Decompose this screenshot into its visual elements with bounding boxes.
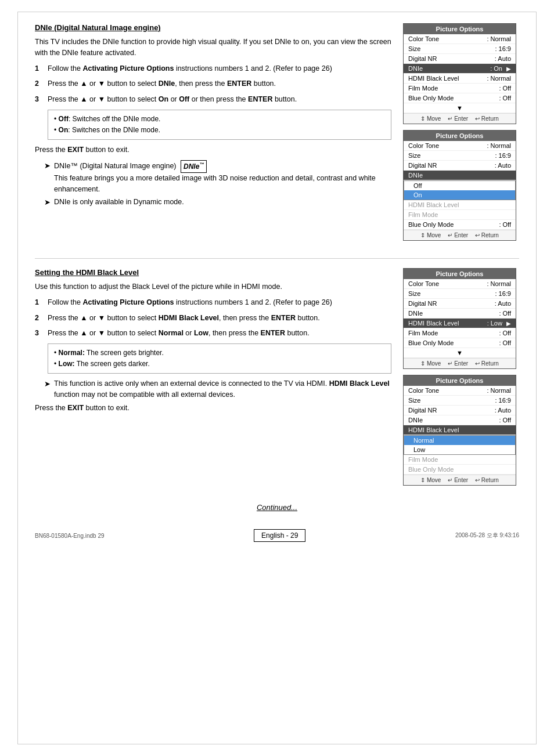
dnie-step-3: 3 Press the ▲ or ▼ button to select On o… xyxy=(35,94,391,105)
osd1-row-hdmiblack: HDMI Black Level : Normal xyxy=(404,74,516,84)
hosd1-row-blueonlymode: Blue Only Mode : Off xyxy=(404,338,516,348)
osd1-row-filmmode: Film Mode : Off xyxy=(404,84,516,93)
hdmi-step-text-3: Press the ▲ or ▼ button to select Normal… xyxy=(48,328,391,339)
osd1-row-blueonlymode: Blue Only Mode : Off xyxy=(404,93,516,103)
hdmi-normal-option: Normal xyxy=(404,436,515,445)
hdmi-step-text-2: Press the ▲ or ▼ button to select HDMI B… xyxy=(48,313,391,324)
step-num-2: 2 xyxy=(35,78,43,89)
dnie-osd1: Picture Options Color Tone : Normal Size… xyxy=(403,23,516,124)
dnie-title: DNIe (Digital Natural Image engine) xyxy=(35,23,391,32)
osd2-row-dnie: DNIe xyxy=(404,171,516,180)
section-divider xyxy=(35,258,519,259)
osd1-row-dnie: DNIe : On ▶ xyxy=(404,64,516,74)
hosd2-row-colortone: Color Tone : Normal xyxy=(404,386,516,396)
hosd2-row-size: Size : 16:9 xyxy=(404,396,516,406)
dnie-arrow-text-2: DNIe is only available in Dynamic mode. xyxy=(54,197,184,208)
page: DNIe (Digital Natural Image engine) This… xyxy=(0,0,554,756)
footer-file: BN68-01580A-Eng.indb 29 xyxy=(35,533,105,539)
osd2-row-hdmiblack: HDMI Black Level xyxy=(404,200,516,210)
hdmi-note-line1: • Normal: The screen gets brighter. xyxy=(54,348,385,359)
osd2-row-colortone: Color Tone : Normal xyxy=(404,141,516,151)
dnie-dropdown: Off On xyxy=(404,180,516,200)
hdmi-step-num-2: 2 xyxy=(35,313,43,324)
hosd2-row-hdmiblack: HDMI Black Level xyxy=(404,425,516,435)
osd2-row-digitalnr: Digital NR : Auto xyxy=(404,161,516,171)
hdmi-intro: Use this function to adjust the Black Le… xyxy=(35,281,391,292)
page-number: English - 29 xyxy=(254,529,305,542)
osd1-row-arrow-down: ▼ xyxy=(404,103,516,113)
dnie-dropdown-container: Off On xyxy=(404,180,516,200)
hdmi-arrow: ➤ This function is active only when an e… xyxy=(44,378,391,400)
hosd1-row-filmmode: Film Mode : Off xyxy=(404,328,516,338)
hosd1-row-digitalnr: Digital NR : Auto xyxy=(404,299,516,309)
hdmi-osd1: Picture Options Color Tone : Normal Size… xyxy=(403,268,516,369)
step-text-3: Press the ▲ or ▼ button to select On or … xyxy=(48,94,391,105)
hdmi-osd2: Picture Options Color Tone : Normal Size… xyxy=(403,375,516,486)
dnie-osd2-footer: ⇕ Move ↵ Enter ↩ Return xyxy=(404,230,516,240)
hdmi-arrow-text: This function is active only when an ext… xyxy=(54,378,391,400)
hdmi-exit-text: Press the EXIT button to exit. xyxy=(35,403,391,414)
hdmi-low-option: Low xyxy=(404,445,515,454)
dnie-menu-column: Picture Options Color Tone : Normal Size… xyxy=(403,23,519,241)
hdmi-step-num-1: 1 xyxy=(35,297,43,308)
dnie-logo: DNIe™ xyxy=(181,160,207,173)
dnie-osd2: Picture Options Color Tone : Normal Size… xyxy=(403,130,516,241)
hdmi-step-3: 3 Press the ▲ or ▼ button to select Norm… xyxy=(35,328,391,339)
hosd2-row-digitalnr: Digital NR : Auto xyxy=(404,406,516,415)
dnie-note-line2: • On: Switches on the DNIe mode. xyxy=(54,125,385,136)
hosd1-row-dnie: DNIe : Off xyxy=(404,309,516,319)
step-text-1: Follow the Activating Picture Options in… xyxy=(48,63,391,74)
hdmi-title: Setting the HDMI Black Level xyxy=(35,268,391,277)
hdmi-osd2-title: Picture Options xyxy=(404,375,516,386)
hosd1-row-arrow-down: ▼ xyxy=(404,348,516,358)
hdmi-osd1-title: Picture Options xyxy=(404,269,516,279)
hosd1-row-colortone: Color Tone : Normal xyxy=(404,279,516,289)
osd2-row-filmmode: Film Mode xyxy=(404,210,516,220)
osd2-row-blueonlymode: Blue Only Mode : Off xyxy=(404,220,516,230)
hdmi-step-2: 2 Press the ▲ or ▼ button to select HDMI… xyxy=(35,313,391,324)
hosd1-row-hdmiblack: HDMI Black Level : Low ▶ xyxy=(404,319,516,328)
dnie-text-column: DNIe (Digital Natural Image engine) This… xyxy=(35,23,391,241)
hdmi-dropdown-container: Normal Low xyxy=(404,435,516,455)
dnie-intro: This TV includes the DNIe function to pr… xyxy=(35,37,391,59)
dnie-osd1-footer: ⇕ Move ↵ Enter ↩ Return xyxy=(404,113,516,124)
dnie-exit-text: Press the EXIT button to exit. xyxy=(35,144,391,155)
dnie-osd1-title: Picture Options xyxy=(404,24,516,34)
hdmi-osd2-footer: ⇕ Move ↵ Enter ↩ Return xyxy=(404,475,516,485)
hosd2-row-filmmode: Film Mode xyxy=(404,455,516,465)
dnie-step-2: 2 Press the ▲ or ▼ button to select DNIe… xyxy=(35,78,391,89)
continued-text: Continued... xyxy=(35,503,519,512)
dnie-arrow-2: ➤ DNIe is only available in Dynamic mode… xyxy=(44,197,391,208)
section-hdmi: Setting the HDMI Black Level Use this fu… xyxy=(35,268,519,486)
hosd2-row-dnie: DNIe : Off xyxy=(404,415,516,425)
hosd2-row-blueonlymode: Blue Only Mode xyxy=(404,465,516,475)
hdmi-note-box: • Normal: The screen gets brighter. • Lo… xyxy=(48,343,391,374)
step-num-3: 3 xyxy=(35,94,43,105)
hdmi-osd1-footer: ⇕ Move ↵ Enter ↩ Return xyxy=(404,358,516,368)
hdmi-text-column: Setting the HDMI Black Level Use this fu… xyxy=(35,268,391,486)
page-footer: BN68-01580A-Eng.indb 29 English - 29 200… xyxy=(35,523,519,542)
hdmi-arrow-sym: ➤ xyxy=(44,378,51,400)
dnie-on-option: On xyxy=(404,190,515,200)
hdmi-menu-column: Picture Options Color Tone : Normal Size… xyxy=(403,268,519,486)
arrow-sym-1: ➤ xyxy=(44,160,51,195)
dnie-arrow-1: ➤ DNIe™ (Digital Natural Image engine) D… xyxy=(44,160,391,195)
hdmi-step-1: 1 Follow the Activating Picture Options … xyxy=(35,297,391,308)
dnie-osd2-title: Picture Options xyxy=(404,131,516,141)
dnie-step-1: 1 Follow the Activating Picture Options … xyxy=(35,63,391,74)
dnie-off-option: Off xyxy=(404,181,515,190)
hdmi-dropdown: Normal Low xyxy=(404,435,516,455)
arrow-sym-2: ➤ xyxy=(44,197,51,208)
hdmi-note-line2: • Low: The screen gets darker. xyxy=(54,359,385,370)
osd1-row-digitalnr: Digital NR : Auto xyxy=(404,54,516,64)
hdmi-step-text-1: Follow the Activating Picture Options in… xyxy=(48,297,391,308)
footer-date: 2008-05-28 오후 9:43:16 xyxy=(455,531,519,540)
step-num-1: 1 xyxy=(35,63,43,74)
dnie-note-box: • Off: Switches off the DNIe mode. • On:… xyxy=(48,110,391,140)
hdmi-step-num-3: 3 xyxy=(35,328,43,339)
osd1-row-size: Size : 16:9 xyxy=(404,44,516,54)
step-text-2: Press the ▲ or ▼ button to select DNIe, … xyxy=(48,78,391,89)
osd1-row-colortone: Color Tone : Normal xyxy=(404,34,516,44)
section-dnie: DNIe (Digital Natural Image engine) This… xyxy=(35,23,519,241)
dnie-note-line1: • Off: Switches off the DNIe mode. xyxy=(54,114,385,125)
